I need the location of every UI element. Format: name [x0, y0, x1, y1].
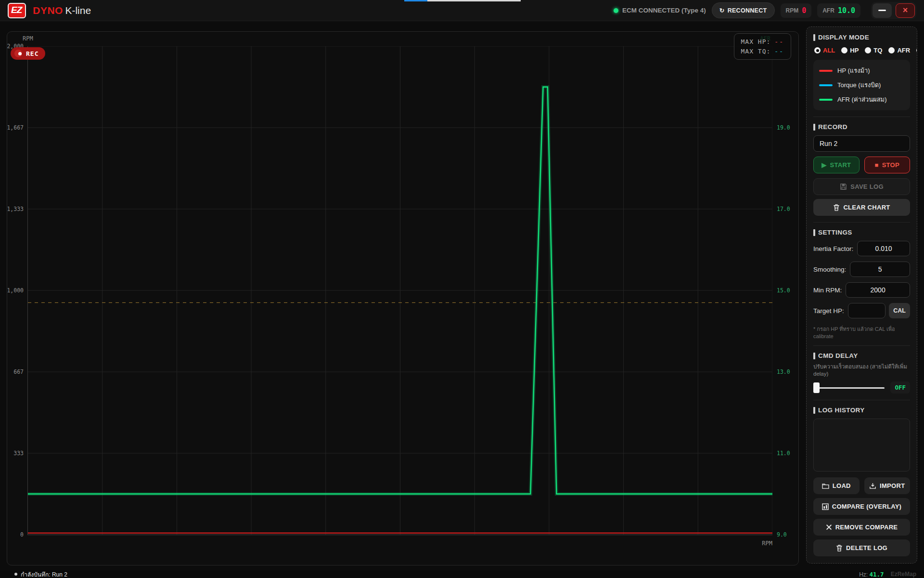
cmd-delay-subtitle: ปรับความเร็วตอบสนอง (สายไม่ดีให้เพิ่ม de… [813, 362, 910, 377]
target-hp-input[interactable] [848, 303, 886, 318]
chart-panel: RPM AFR RPM REC MAX HP: -- MAX TQ: -- 2,… [7, 31, 799, 565]
radio-afr[interactable]: AFR [888, 47, 910, 54]
legend-item-hp: HP (แรงม้า) [819, 66, 904, 76]
rpm-readout: RPM 0 [781, 3, 812, 18]
legend-item-afr: AFR (ค่าส่วนผสม) [819, 94, 904, 105]
max-hp-value: -- [774, 38, 784, 45]
compare-overlay-button[interactable]: COMPARE (OVERLAY) [813, 498, 910, 515]
y-right-tick: 9.0 [777, 531, 787, 538]
display-mode-options: ALL HP TQ AFR RPM [814, 47, 910, 54]
torque-line-swatch [819, 84, 833, 86]
inertia-factor-label: Inertia Factor: [813, 245, 853, 252]
delete-log-button[interactable]: DELETE LOG [813, 539, 910, 556]
import-button[interactable]: IMPORT [864, 477, 911, 494]
y-right-tick: 11.0 [777, 450, 790, 457]
cmd-delay-slider[interactable] [813, 382, 885, 393]
stop-icon: ■ [874, 161, 878, 169]
run-name-input[interactable] [813, 135, 910, 152]
radio-all[interactable]: ALL [814, 47, 835, 54]
hz-value: 41.7 [870, 571, 884, 578]
display-mode-header: DISPLAY MODE [813, 34, 910, 41]
radio-hp-label: HP [850, 47, 859, 54]
recording-dot-icon [18, 52, 22, 55]
rpm-readout-value: 0 [802, 6, 806, 15]
app-watermark: EzReMap [891, 571, 916, 578]
divider [813, 400, 910, 400]
hz-label: Hz: [859, 571, 868, 578]
log-history-list[interactable] [813, 419, 910, 472]
save-log-label: SAVE LOG [850, 183, 884, 190]
minimize-button[interactable] [873, 3, 892, 18]
divider [813, 117, 910, 117]
compare-overlay-label: COMPARE (OVERLAY) [832, 503, 902, 510]
y-left-tick: 1,667 [7, 124, 24, 131]
radio-rpm[interactable]: RPM [916, 47, 917, 54]
legend-item-torque: Torque (แรงบิด) [819, 80, 904, 90]
hp-line-swatch [819, 70, 833, 72]
clear-chart-button[interactable]: CLEAR CHART [813, 199, 910, 216]
folder-icon [822, 483, 829, 489]
import-icon [869, 483, 876, 489]
play-icon: ▶ [821, 161, 826, 169]
radio-icon [841, 47, 847, 53]
afr-line-swatch [819, 99, 833, 101]
minimize-icon [878, 10, 886, 11]
load-label: LOAD [833, 482, 851, 489]
connection-status: ECM CONNECTED (Type 4) [614, 7, 706, 14]
load-button[interactable]: LOAD [813, 477, 860, 494]
rpm-readout-label: RPM [786, 7, 799, 14]
radio-afr-label: AFR [897, 47, 910, 54]
import-label: IMPORT [880, 482, 905, 489]
radio-icon [888, 47, 895, 53]
chart-legend: HP (แรงม้า) Torque (แรงบิด) AFR (ค่าส่วน… [813, 60, 910, 110]
stop-button[interactable]: ■ STOP [864, 157, 911, 173]
afr-readout-label: AFR [822, 7, 834, 14]
max-hp-label: MAX HP: [741, 38, 771, 45]
product-name: K-line [65, 5, 91, 16]
connection-status-icon [614, 8, 618, 13]
y-left-tick: 1,000 [7, 287, 24, 294]
smoothing-input[interactable] [850, 262, 910, 277]
remove-compare-label: REMOVE COMPARE [835, 524, 898, 531]
calibrate-note: * กรอก HP ที่ทราบ แล้วกด CAL เพื่อ calib… [813, 325, 910, 339]
clear-chart-label: CLEAR CHART [843, 204, 890, 211]
cmd-delay-state-badge: OFF [890, 381, 910, 394]
radio-icon [865, 47, 871, 53]
delete-log-label: DELETE LOG [846, 544, 887, 552]
recording-status: กำลังบันทึก: Run 2 [14, 570, 67, 578]
control-sidebar: DISPLAY MODE ALL HP TQ AFR RPM [806, 26, 917, 564]
cal-button[interactable]: CAL [889, 303, 910, 318]
y-right-tick: 15.0 [777, 287, 790, 294]
radio-tq[interactable]: TQ [865, 47, 882, 54]
inertia-factor-input[interactable] [857, 241, 910, 256]
min-rpm-input[interactable] [846, 282, 910, 298]
close-button[interactable]: × [896, 3, 915, 18]
slider-track [813, 387, 885, 389]
y-right-tick: 13.0 [777, 368, 790, 375]
window-controls: × [871, 2, 916, 19]
remove-compare-button[interactable]: REMOVE COMPARE [813, 519, 910, 536]
record-header: RECORD [813, 123, 910, 131]
slider-thumb[interactable] [813, 382, 820, 393]
recording-status-text: กำลังบันทึก: Run 2 [21, 570, 67, 578]
y-left-tick: 0 [20, 531, 24, 538]
radio-tq-label: TQ [873, 47, 882, 54]
radio-icon [814, 47, 821, 53]
top-edge-accent-blue [404, 0, 427, 1]
settings-header: SETTINGS [813, 229, 910, 236]
max-tq-value: -- [774, 48, 784, 55]
reconnect-button[interactable]: ↻ RECONNECT [712, 2, 775, 18]
connection-status-text: ECM CONNECTED (Type 4) [622, 7, 706, 14]
y-axis-left-title: RPM [23, 35, 33, 42]
legend-hp-label: HP (แรงม้า) [837, 66, 870, 76]
y-right-tick: 19.0 [777, 124, 790, 131]
recording-indicator: REC [11, 47, 45, 60]
hz-readout: Hz: 41.7 [859, 571, 884, 578]
trash-icon [833, 204, 840, 211]
start-button[interactable]: ▶ START [813, 157, 860, 173]
y-left-tick: 667 [13, 368, 24, 375]
recording-indicator-label: REC [26, 50, 38, 57]
radio-hp[interactable]: HP [841, 47, 859, 54]
save-log-button[interactable]: SAVE LOG [813, 178, 910, 195]
top-edge-accent-light [427, 0, 521, 1]
